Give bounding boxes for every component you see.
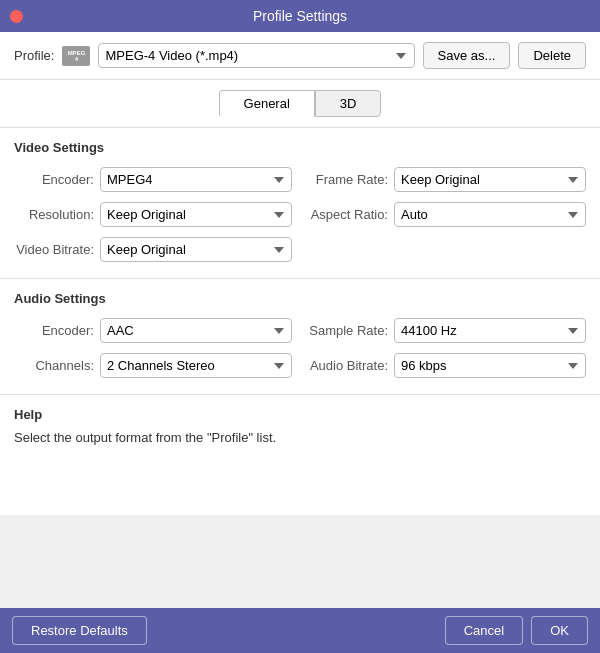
profile-label: Profile: bbox=[14, 48, 54, 63]
framerate-select[interactable]: Keep Original bbox=[394, 167, 586, 192]
footer: Restore Defaults Cancel OK bbox=[0, 608, 600, 653]
cancel-button[interactable]: Cancel bbox=[445, 616, 523, 645]
tabs-row: General 3D bbox=[0, 80, 600, 128]
audiobitrate-field: Audio Bitrate: 96 kbps bbox=[308, 353, 586, 378]
videobitrate-field: Video Bitrate: Keep Original bbox=[14, 237, 292, 262]
profile-select[interactable]: MPEG-4 Video (*.mp4) bbox=[98, 43, 414, 68]
aspectratio-field: Aspect Ratio: Auto bbox=[308, 202, 586, 227]
framerate-field: Frame Rate: Keep Original bbox=[308, 167, 586, 192]
videobitrate-label: Video Bitrate: bbox=[14, 242, 94, 257]
encoder-label: Encoder: bbox=[14, 172, 94, 187]
channels-label: Channels: bbox=[14, 358, 94, 373]
samplerate-label: Sample Rate: bbox=[308, 323, 388, 338]
resolution-field: Resolution: Keep Original bbox=[14, 202, 292, 227]
audiobitrate-label: Audio Bitrate: bbox=[308, 358, 388, 373]
audio-settings-section: Audio Settings Encoder: AAC Sample Rate:… bbox=[0, 279, 600, 395]
samplerate-select[interactable]: 44100 Hz bbox=[394, 318, 586, 343]
aspectratio-label: Aspect Ratio: bbox=[308, 207, 388, 222]
audio-encoder-select[interactable]: AAC bbox=[100, 318, 292, 343]
help-section: Help Select the output format from the "… bbox=[0, 395, 600, 515]
tab-3d[interactable]: 3D bbox=[315, 90, 382, 117]
profile-row: Profile: MPEG4 MPEG-4 Video (*.mp4) Save… bbox=[0, 32, 600, 80]
resolution-select[interactable]: Keep Original bbox=[100, 202, 292, 227]
help-title: Help bbox=[14, 407, 586, 422]
save-as-button[interactable]: Save as... bbox=[423, 42, 511, 69]
channels-field: Channels: 2 Channels Stereo bbox=[14, 353, 292, 378]
audio-encoder-label: Encoder: bbox=[14, 323, 94, 338]
encoder-select[interactable]: MPEG4 bbox=[100, 167, 292, 192]
audio-encoder-field: Encoder: AAC bbox=[14, 318, 292, 343]
framerate-label: Frame Rate: bbox=[308, 172, 388, 187]
video-settings-section: Video Settings Encoder: MPEG4 Frame Rate… bbox=[0, 128, 600, 279]
aspectratio-select[interactable]: Auto bbox=[394, 202, 586, 227]
audio-settings-title: Audio Settings bbox=[14, 291, 586, 306]
samplerate-field: Sample Rate: 44100 Hz bbox=[308, 318, 586, 343]
channels-select[interactable]: 2 Channels Stereo bbox=[100, 353, 292, 378]
close-button[interactable] bbox=[10, 10, 23, 23]
footer-right-buttons: Cancel OK bbox=[445, 616, 588, 645]
restore-defaults-button[interactable]: Restore Defaults bbox=[12, 616, 147, 645]
encoder-field: Encoder: MPEG4 bbox=[14, 167, 292, 192]
audiobitrate-select[interactable]: 96 kbps bbox=[394, 353, 586, 378]
delete-button[interactable]: Delete bbox=[518, 42, 586, 69]
ok-button[interactable]: OK bbox=[531, 616, 588, 645]
mpeg-icon: MPEG4 bbox=[62, 46, 90, 66]
tab-general[interactable]: General bbox=[219, 90, 315, 117]
video-settings-title: Video Settings bbox=[14, 140, 586, 155]
help-text: Select the output format from the "Profi… bbox=[14, 430, 586, 445]
videobitrate-select[interactable]: Keep Original bbox=[100, 237, 292, 262]
resolution-label: Resolution: bbox=[14, 207, 94, 222]
window-title: Profile Settings bbox=[253, 8, 347, 24]
title-bar: Profile Settings bbox=[0, 0, 600, 32]
